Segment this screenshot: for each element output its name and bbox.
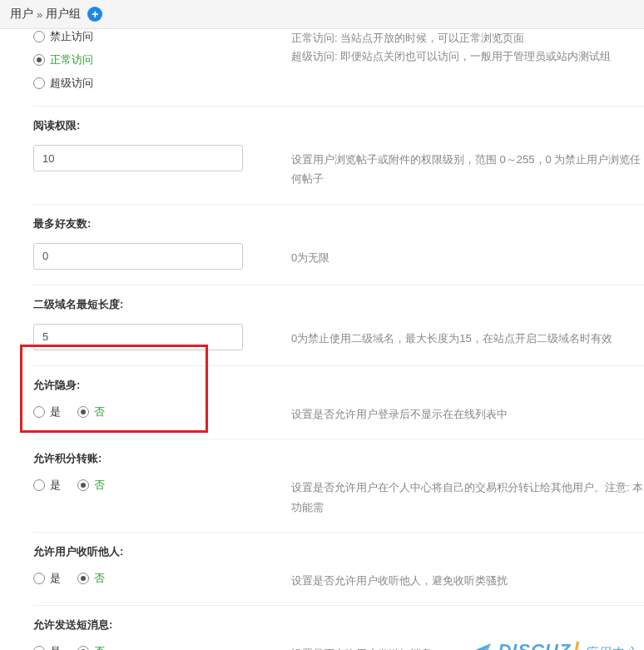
breadcrumb-usergroup[interactable]: 用户组: [46, 7, 81, 22]
radio-disallow-visit[interactable]: [33, 31, 45, 42]
radio-label: 禁止访问: [50, 29, 93, 44]
breadcrumb-separator: »: [37, 8, 42, 21]
breadcrumb: 用户 » 用户组 +: [0, 0, 644, 29]
watermark: DISCUZ ! 应用中心 addon.dismall.com: [466, 637, 637, 650]
label-subdomain-length: 二级域名最短长度:: [33, 297, 644, 312]
label-max-friends: 最多好友数:: [33, 216, 644, 231]
radio-label: 否: [94, 644, 105, 650]
paper-plane-icon: [466, 642, 493, 650]
radio-label: 是: [50, 478, 61, 493]
radio-label: 否: [94, 571, 105, 586]
radio-transfer-no[interactable]: [77, 479, 89, 491]
help-text: 设置用户浏览帖子或附件的权限级别，范围 0～255，0 为禁止用户浏览任何帖子: [291, 145, 644, 189]
radio-normal-visit[interactable]: [33, 54, 45, 66]
radio-label: 是: [50, 571, 61, 586]
radio-super-visit[interactable]: [33, 77, 45, 89]
help-text: 设置是否允许用户在个人中心将自己的交易积分转让给其他用户。注意: 本功能需: [291, 478, 644, 517]
label-allow-invisible: 允许隐身:: [33, 378, 644, 393]
watermark-subtitle: 应用中心: [584, 645, 637, 650]
label-allow-transfer: 允许积分转账:: [33, 451, 644, 466]
radio-invisible-yes[interactable]: [33, 406, 45, 418]
watermark-excl-icon: !: [572, 637, 581, 650]
help-text: 超级访问: 即便站点关闭也可以访问，一般用于管理员或站内测试组: [291, 47, 644, 66]
help-text: 0为无限: [291, 243, 644, 267]
add-button[interactable]: +: [87, 7, 102, 22]
watermark-title: DISCUZ: [498, 640, 571, 650]
radio-sendpm-yes[interactable]: [33, 646, 45, 650]
radio-transfer-yes[interactable]: [33, 479, 45, 491]
breadcrumb-user[interactable]: 用户: [10, 7, 33, 22]
help-text: 设置是否允许用户登录后不显示在在线列表中: [291, 404, 644, 424]
radio-label: 否: [94, 404, 105, 419]
label-allow-follow: 允许用户收听他人:: [33, 544, 644, 559]
input-max-friends[interactable]: [33, 243, 243, 270]
label-allow-sendpm: 允许发送短消息:: [33, 618, 644, 633]
help-text: 正常访问: 当站点开放的时候，可以正常浏览页面: [291, 29, 644, 47]
radio-invisible-no[interactable]: [77, 406, 89, 418]
radio-follow-no[interactable]: [77, 573, 89, 584]
label-read-permission: 阅读权限:: [33, 118, 644, 133]
input-subdomain-length[interactable]: [33, 324, 243, 350]
help-text: 0为禁止使用二级域名，最大长度为15，在站点开启二级域名时有效: [291, 324, 644, 348]
radio-label: 超级访问: [50, 76, 93, 91]
input-read-permission[interactable]: [33, 145, 243, 171]
radio-label: 是: [50, 644, 61, 650]
help-text: 设置是否允许用户收听他人，避免收听类骚扰: [291, 571, 644, 590]
radio-follow-yes[interactable]: [33, 573, 45, 584]
radio-label: 正常访问: [50, 52, 93, 67]
radio-label: 是: [50, 404, 61, 419]
radio-sendpm-no[interactable]: [77, 646, 89, 650]
radio-label: 否: [94, 478, 105, 493]
